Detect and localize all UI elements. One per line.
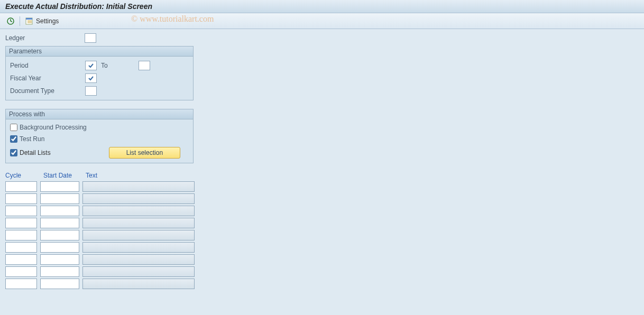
- testrun-label: Test Run: [20, 135, 44, 143]
- text-display: [82, 193, 195, 204]
- background-checkbox[interactable]: [10, 124, 17, 131]
- cycle-input[interactable]: [5, 218, 37, 228]
- start-date-input[interactable]: [40, 279, 79, 289]
- cycle-input[interactable]: [5, 254, 37, 265]
- svg-line-2: [11, 21, 12, 22]
- col-start-date[interactable]: Start Date: [43, 172, 79, 179]
- detail-label: Detail Lists: [20, 149, 51, 156]
- list-selection-button[interactable]: List selection: [109, 147, 180, 159]
- table-row: [5, 206, 639, 216]
- settings-label: Settings: [36, 17, 59, 25]
- start-date-input[interactable]: [40, 206, 79, 216]
- table-header: Cycle Start Date Text: [5, 172, 639, 179]
- table-row: [5, 279, 639, 289]
- start-date-input[interactable]: [40, 230, 79, 240]
- table-row: [5, 218, 639, 228]
- table-row: [5, 242, 639, 253]
- table-row: [5, 254, 639, 265]
- start-date-input[interactable]: [40, 254, 79, 265]
- fiscal-year-label: Fiscal Year: [10, 75, 85, 82]
- ledger-label: Ledger: [5, 34, 85, 42]
- start-date-input[interactable]: [40, 193, 79, 204]
- background-label: Background Processing: [20, 124, 87, 131]
- document-type-label: Document Type: [10, 87, 85, 95]
- start-date-input[interactable]: [40, 218, 79, 228]
- cycle-input[interactable]: [5, 230, 37, 240]
- toolbar: Settings © www.tutorialkart.com: [0, 13, 644, 29]
- col-text[interactable]: Text: [86, 172, 117, 179]
- table-body: [5, 181, 639, 289]
- text-display: [82, 266, 195, 277]
- execute-icon[interactable]: [5, 16, 16, 26]
- col-cycle[interactable]: Cycle: [5, 172, 37, 179]
- cycle-input[interactable]: [5, 206, 37, 216]
- page-title: Execute Actual Distribution: Initial Scr…: [0, 0, 644, 13]
- table-row: [5, 266, 639, 277]
- text-display: [82, 242, 195, 253]
- text-display: [82, 218, 195, 228]
- svg-rect-4: [26, 18, 32, 20]
- text-display: [82, 254, 195, 265]
- table-row: [5, 181, 639, 192]
- settings-icon: [24, 16, 34, 26]
- text-display: [82, 279, 195, 289]
- cycle-input[interactable]: [5, 181, 37, 192]
- process-panel: Process with Background Processing Test …: [5, 109, 194, 163]
- period-label: Period: [10, 62, 85, 69]
- period-to-input[interactable]: [139, 61, 150, 70]
- detail-checkbox[interactable]: [10, 149, 17, 156]
- cycle-input[interactable]: [5, 242, 37, 253]
- table-row: [5, 230, 639, 240]
- text-display: [82, 230, 195, 240]
- parameters-panel: Parameters Period To Fiscal Year Documen…: [5, 46, 194, 100]
- process-header: Process with: [6, 109, 193, 119]
- text-display: [82, 181, 195, 192]
- start-date-input[interactable]: [40, 181, 79, 192]
- document-type-input[interactable]: [85, 86, 97, 96]
- settings-button[interactable]: Settings: [24, 16, 59, 26]
- table-row: [5, 193, 639, 204]
- ledger-input[interactable]: [85, 33, 96, 43]
- start-date-input[interactable]: [40, 266, 79, 277]
- start-date-input[interactable]: [40, 242, 79, 253]
- period-from-input[interactable]: [85, 61, 97, 70]
- fiscal-year-input[interactable]: [85, 73, 97, 83]
- testrun-checkbox[interactable]: [10, 135, 17, 143]
- cycle-input[interactable]: [5, 279, 37, 289]
- parameters-header: Parameters: [6, 47, 193, 57]
- period-to-label: To: [101, 62, 108, 69]
- cycle-input[interactable]: [5, 266, 37, 277]
- separator: [20, 16, 20, 26]
- watermark: © www.tutorialkart.com: [131, 14, 214, 24]
- cycle-input[interactable]: [5, 193, 37, 204]
- text-display: [82, 206, 195, 216]
